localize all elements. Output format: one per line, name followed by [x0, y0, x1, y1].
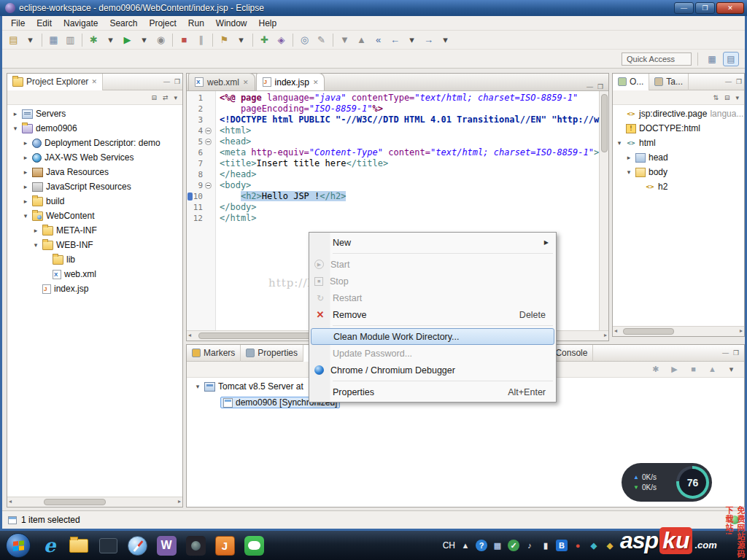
maximize-button[interactable]: ❐ [695, 2, 715, 14]
toolbar-save-button[interactable]: ▦ [45, 32, 62, 48]
toolbar-profile-button[interactable]: ◉ [152, 32, 169, 48]
code-line-1[interactable]: <%@ page language="java" contentType="te… [220, 93, 608, 104]
view-menu-icon[interactable]: ▾ [733, 94, 741, 101]
taskbar-app-internet-explorer[interactable]: e [36, 531, 63, 560]
scroll-right-icon[interactable]: ▸ [740, 327, 743, 334]
toolbar-stop-button[interactable]: ■ [176, 32, 193, 48]
toolbar-prev-annotation-button[interactable]: ▲ [353, 32, 370, 48]
toolbar-external-tools-button[interactable]: ⚑ [216, 32, 233, 48]
tray-gold-icon[interactable]: ◆ [604, 540, 616, 551]
menu-item-restart[interactable]: ↻Restart [311, 289, 554, 306]
code-line-5[interactable]: <head> [220, 136, 608, 147]
fold-collapse-icon[interactable] [205, 139, 212, 145]
menu-item-stop[interactable]: ■Stop [311, 273, 554, 289]
tree-item-deployment-descriptor-demo[interactable]: ▸Deployment Descriptor: demo [7, 136, 182, 150]
expand-arrow-icon[interactable]: ▾ [616, 139, 623, 147]
expand-arrow-icon[interactable]: ▸ [22, 154, 29, 161]
toolbar-annotations-button[interactable]: ✎ [313, 32, 330, 48]
menu-project[interactable]: Project [143, 17, 182, 30]
tree-item-webcontent[interactable]: ▾WebContent [7, 209, 182, 223]
toolbar-publish-server-button[interactable]: ▲ [704, 362, 721, 378]
close-icon[interactable]: ✕ [91, 78, 97, 85]
scroll-right-icon[interactable]: ▸ [178, 498, 181, 505]
menu-item-new[interactable]: New▶ [311, 234, 554, 251]
menu-help[interactable]: Help [253, 17, 283, 30]
taskbar-app-java[interactable]: J [212, 531, 238, 560]
taskbar-app-word[interactable]: W [153, 531, 179, 560]
outline-hscrollbar[interactable]: ◂ ▸ [613, 326, 744, 336]
close-icon[interactable]: ✕ [243, 79, 249, 86]
toolbar-stop-server-button[interactable]: ■ [685, 362, 702, 378]
toolbar-external-tools-dropdown-button[interactable]: ▾ [233, 32, 249, 48]
expand-arrow-icon[interactable]: ▸ [22, 168, 29, 176]
minimize-view-icon[interactable]: — [720, 349, 731, 357]
outline-item-h2[interactable]: <>h2 [613, 179, 744, 194]
scroll-thumb[interactable] [623, 328, 674, 335]
tree-item-javascript-resources[interactable]: ▸JavaScript Resources [7, 179, 182, 194]
start-button[interactable] [6, 533, 31, 558]
maximize-editor-icon[interactable]: ❐ [595, 83, 605, 90]
taskbar-app-safari[interactable] [124, 531, 150, 560]
tree-item-jax-ws-web-services[interactable]: ▸JAX-WS Web Services [7, 150, 182, 165]
close-button[interactable]: ✕ [716, 2, 744, 14]
expand-arrow-icon[interactable]: ▸ [32, 227, 39, 234]
outline-item-jsp-directive-page[interactable]: <>jsp:directive.page langua... [613, 106, 744, 121]
menu-search[interactable]: Search [104, 17, 143, 30]
menu-window[interactable]: Window [210, 17, 253, 30]
tree-item-java-resources[interactable]: ▸Java Resources [7, 165, 182, 179]
scroll-left-icon[interactable]: ◂ [9, 498, 12, 505]
tray-network-icon[interactable]: ▮ [540, 540, 551, 551]
tree-item-build[interactable]: ▸build [7, 194, 182, 209]
toolbar-new-wizard-button[interactable]: ▤ [5, 32, 22, 48]
toolbar-new-servlet-button[interactable]: ✚ [256, 32, 273, 48]
open-perspective-button[interactable]: ▦ [704, 52, 720, 66]
tab-markers[interactable]: Markers [187, 345, 241, 362]
menu-item-properties[interactable]: PropertiesAlt+Enter [311, 384, 554, 400]
outline-item-html[interactable]: ▾<>html [613, 136, 744, 150]
toolbar-forward-button[interactable]: → [420, 32, 437, 48]
menu-edit[interactable]: Edit [31, 17, 58, 30]
taskbar-app-wechat[interactable] [241, 531, 267, 560]
taskbar-app-file-explorer[interactable] [66, 531, 92, 560]
expand-arrow-icon[interactable]: ▸ [22, 183, 29, 190]
toolbar-debug-server-button[interactable]: ✱ [647, 362, 664, 378]
close-icon[interactable]: ✕ [313, 79, 319, 86]
view-menu-icon[interactable]: ▾ [171, 94, 179, 101]
tray-expand-icon[interactable]: ▲ [460, 540, 471, 551]
expand-arrow-icon[interactable]: ▸ [22, 198, 29, 205]
scroll-left-icon[interactable]: ◂ [188, 332, 191, 338]
menu-run[interactable]: Run [182, 17, 210, 30]
tab-project-explorer[interactable]: Project Explorer ✕ [7, 74, 103, 90]
toolbar-next-annotation-button[interactable]: ▼ [336, 32, 353, 48]
title-bar[interactable]: eclipse-workspace - demo0906/WebContent/… [0, 0, 747, 16]
tray-bluetooth-icon[interactable]: B [556, 540, 568, 551]
tree-item-meta-inf[interactable]: ▸META-INF [7, 223, 182, 238]
toolbar-run-dropdown-button[interactable]: ▾ [136, 32, 152, 48]
menu-item-chrome-chromium-debugger[interactable]: Chrome / Chromium Debugger [311, 362, 554, 378]
code-line-2[interactable]: pageEncoding="ISO-8859-1"%> [220, 104, 608, 114]
toolbar-view-menu-button[interactable]: ▾ [723, 362, 740, 378]
expand-arrow-icon[interactable]: ▸ [12, 110, 19, 117]
maximize-view-icon[interactable]: ❐ [734, 78, 744, 85]
toolbar-coverage-button[interactable]: ◈ [273, 32, 290, 48]
code-line-8[interactable]: </head> [220, 169, 608, 180]
menu-file[interactable]: File [5, 17, 31, 30]
code-line-10[interactable]: <h2>Hello JSP !</h2> [220, 191, 608, 202]
toolbar-new-dropdown-button[interactable]: ▾ [22, 32, 39, 48]
tree-item-index-jsp[interactable]: index.jsp [7, 281, 182, 296]
expand-arrow-icon[interactable]: ▸ [625, 154, 632, 161]
link-editor-icon[interactable]: ⇄ [160, 94, 171, 101]
input-method-indicator[interactable]: CH [443, 540, 455, 551]
tray-sound-icon[interactable]: ♪ [524, 540, 535, 551]
project-explorer-hscrollbar[interactable]: ◂ ▸ [7, 497, 182, 507]
toolbar-debug-dropdown-button[interactable]: ▾ [102, 32, 119, 48]
code-line-9[interactable]: <body> [220, 180, 608, 191]
minimize-view-icon[interactable]: — [723, 78, 734, 85]
tree-item-demo0906[interactable]: ▾demo0906 [7, 121, 182, 136]
toolbar-forward-dropdown-button[interactable]: ▾ [437, 32, 454, 48]
outline-item-doctype-html[interactable]: !DOCTYPE:html [613, 121, 744, 136]
menu-item-start[interactable]: ▶Start [311, 256, 554, 273]
fold-collapse-icon[interactable] [205, 128, 212, 134]
maximize-view-icon[interactable]: ❐ [731, 349, 741, 357]
scroll-thumb[interactable] [44, 499, 106, 505]
